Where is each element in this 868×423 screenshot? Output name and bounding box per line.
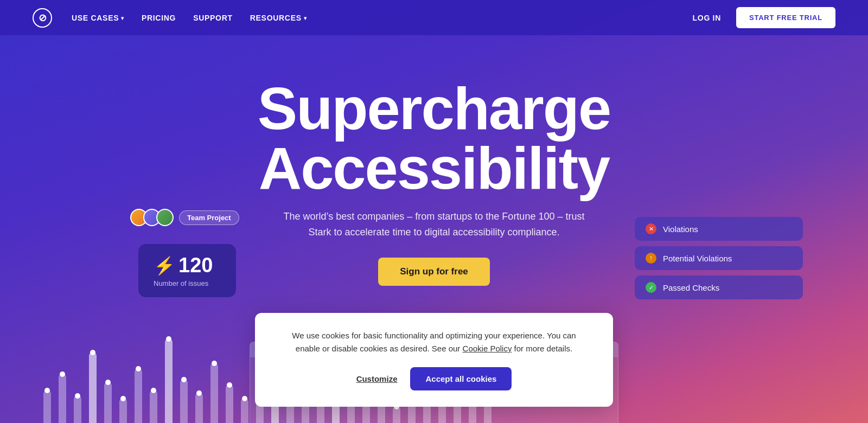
- bar-dot: [181, 377, 187, 382]
- signup-button[interactable]: Sign up for free: [378, 258, 490, 286]
- nav-support[interactable]: SUPPORT: [193, 14, 233, 22]
- bar-column: [150, 390, 157, 423]
- bar-column: [89, 352, 97, 423]
- hero-title: Supercharge Accessibility: [258, 79, 610, 198]
- bar-item: [74, 393, 81, 423]
- nav-resources[interactable]: RESOURCES ▾: [250, 14, 307, 22]
- bar-dot: [212, 361, 217, 366]
- bar-dot: [196, 390, 202, 396]
- bar-item: [104, 380, 112, 423]
- navbar-left: ⊘ USE CASES ▾ PRICING SUPPORT RESOURCES …: [33, 8, 307, 28]
- bar-item: [89, 350, 97, 423]
- passed-check-icon: ✓: [646, 282, 656, 293]
- bar-item: [165, 336, 173, 423]
- bar-item: [119, 396, 127, 423]
- issues-number: ⚡ 120: [154, 254, 221, 277]
- bar-column: [165, 339, 173, 423]
- customize-button[interactable]: Customize: [356, 374, 398, 383]
- cookie-actions: Customize Accept all cookies: [279, 367, 589, 390]
- bar-column: [241, 399, 248, 423]
- avatar: [156, 209, 174, 226]
- team-project-badge: Team Project: [179, 210, 239, 225]
- bar-dot: [166, 336, 171, 342]
- issues-label: Number of issues: [154, 279, 221, 287]
- bar-dot: [120, 396, 126, 401]
- bar-column: [210, 363, 218, 423]
- accept-cookies-button[interactable]: Accept all cookies: [410, 367, 512, 390]
- violation-icon: ✕: [646, 223, 656, 234]
- bar-dot: [44, 388, 50, 393]
- checks-widget: ✕ Violations ! Potential Violations ✓ Pa…: [635, 217, 803, 299]
- cookie-banner: We use cookies for basic functionality a…: [255, 313, 613, 407]
- bar-column: [119, 399, 127, 423]
- issues-widget: ⚡ 120 Number of issues: [138, 244, 236, 297]
- nav-links: USE CASES ▾ PRICING SUPPORT RESOURCES ▾: [72, 14, 307, 22]
- start-trial-button[interactable]: START FREE TRIAL: [736, 7, 835, 28]
- bar-dot: [151, 388, 156, 393]
- cookie-policy-link[interactable]: Cookie Policy: [463, 344, 512, 353]
- potential-violation-icon: !: [646, 253, 656, 264]
- nav-pricing[interactable]: PRICING: [142, 14, 176, 22]
- bar-dot: [242, 396, 247, 401]
- bar-item: [135, 366, 142, 423]
- bar-column: [43, 390, 51, 423]
- bar-item: [195, 390, 203, 423]
- bar-item: [150, 388, 157, 423]
- bar-item: [226, 382, 233, 423]
- passed-checks-item: ✓ Passed Checks: [635, 275, 803, 299]
- bar-item: [393, 404, 400, 423]
- chevron-down-icon: ▾: [121, 15, 124, 21]
- nav-use-cases[interactable]: USE CASES ▾: [72, 14, 124, 22]
- bar-column: [104, 382, 112, 423]
- chevron-down-icon: ▾: [304, 15, 307, 21]
- violations-item: ✕ Violations: [635, 217, 803, 241]
- bar-column: [74, 396, 81, 423]
- hero-subtitle: The world’s best companies – from startu…: [277, 209, 591, 240]
- bar-dot: [136, 366, 141, 371]
- bar-column: [135, 369, 142, 423]
- bar-item: [43, 388, 51, 423]
- bar-column: [226, 385, 233, 423]
- bar-column: [195, 393, 203, 423]
- bar-dot: [75, 393, 80, 399]
- brand-logo[interactable]: ⊘: [33, 8, 52, 28]
- log-in-button[interactable]: LOG IN: [693, 14, 721, 22]
- bar-item: [241, 396, 248, 423]
- bar-item: [59, 371, 66, 423]
- bar-dot: [227, 382, 232, 388]
- bolt-icon: ⚡: [154, 255, 175, 276]
- bar-dot: [90, 350, 95, 355]
- team-project-widget: Team Project: [130, 209, 239, 226]
- bar-item: [210, 361, 218, 423]
- bar-dot: [60, 371, 65, 377]
- bar-column: [59, 374, 66, 423]
- bar-item: [180, 377, 188, 423]
- navbar: ⊘ USE CASES ▾ PRICING SUPPORT RESOURCES …: [0, 0, 868, 35]
- navbar-right: LOG IN START FREE TRIAL: [693, 7, 835, 28]
- bar-dot: [105, 380, 111, 385]
- potential-violations-item: ! Potential Violations: [635, 246, 803, 270]
- bar-column: [180, 380, 188, 423]
- cookie-text: We use cookies for basic functionality a…: [279, 329, 589, 355]
- avatar-group: [130, 209, 174, 226]
